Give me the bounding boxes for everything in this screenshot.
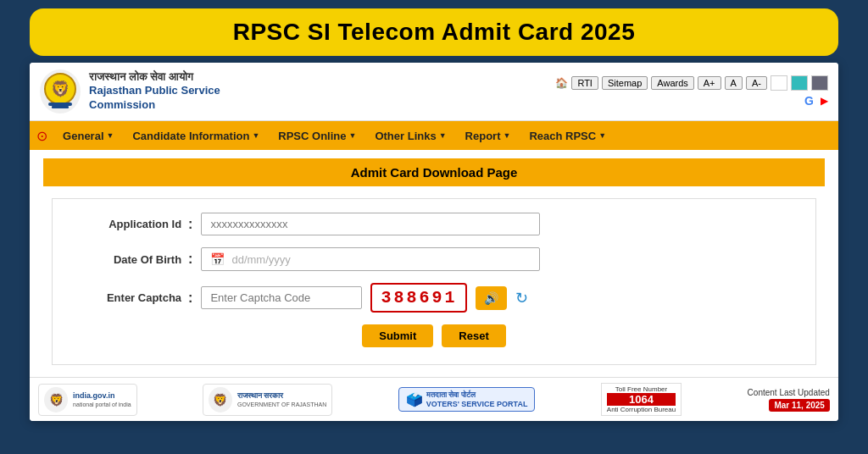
size-plus-button[interactable]: A+ (698, 76, 721, 90)
color-theme-white[interactable] (771, 75, 787, 91)
toll-free-number: 1064 (607, 393, 676, 406)
header-tools: 🏠 RTI Sitemap Awards A+ A A- (555, 75, 827, 91)
voters-portal-label: VOTERS' SERVICE PORTAL (426, 400, 528, 408)
reset-button[interactable]: Reset (442, 324, 505, 347)
svg-text:🦁: 🦁 (51, 80, 70, 98)
application-id-row: Application Id : (78, 213, 790, 235)
svg-rect-2 (48, 102, 72, 106)
emblem-icon: 🦁 (40, 69, 81, 114)
voters-portal-hindi: मतदाता सेवा पोर्टल (426, 390, 528, 400)
nav-rpsc-online-arrow: ▼ (349, 131, 357, 140)
svg-rect-3 (52, 106, 69, 108)
submit-row: Submit Reset (78, 324, 790, 347)
application-id-input[interactable] (201, 213, 540, 235)
color-theme-teal[interactable] (791, 75, 808, 91)
nav-bar: ⊙ General ▼ Candidate Information ▼ RPSC… (30, 121, 838, 150)
captcha-label: Enter Captcha (78, 291, 188, 304)
color-theme-dark[interactable] (811, 75, 828, 91)
footer-emblem-india: 🦁 (44, 387, 68, 412)
application-id-colon: : (188, 217, 192, 232)
update-date-badge: Mar 11, 2025 (769, 399, 830, 412)
admit-card-title: Admit Card Download Page (43, 158, 825, 186)
application-id-label: Application Id (78, 218, 188, 230)
site-title: राजस्थान लोक सेवा आयोग Rajasthan Public … (89, 70, 220, 113)
dob-placeholder: dd/mm/yyyy (231, 253, 290, 266)
dob-input-wrapper[interactable]: 📅 dd/mm/yyyy (201, 247, 540, 271)
footer-voters-portal[interactable]: 🗳️ मतदाता सेवा पोर्टल VOTERS' SERVICE PO… (398, 387, 536, 412)
google-icon[interactable]: G (804, 94, 814, 108)
main-window: 🦁 राजस्थान लोक सेवा आयोग Rajasthan Publi… (30, 63, 838, 421)
nav-other-links-arrow: ▼ (439, 131, 447, 140)
nav-report-arrow: ▼ (503, 131, 510, 140)
english-title: Rajasthan Public Service Commission (89, 84, 220, 113)
footer-india-gov[interactable]: 🦁 india.gov.in national portal of india (38, 384, 137, 416)
footer-india-gov-sub: national portal of india (73, 401, 131, 407)
youtube-icon[interactable]: ▶ (821, 95, 828, 107)
captcha-image: 388691 (370, 283, 467, 313)
nav-candidate-info[interactable]: Candidate Information ▼ (124, 125, 268, 147)
toll-free-label: Toll Free Number (615, 385, 667, 393)
captcha-colon: : (188, 291, 192, 306)
footer-rajasthan-label: राजस्थान सरकार (237, 391, 326, 401)
nav-circle-icon: ⊙ (36, 128, 47, 144)
captcha-sound-button[interactable]: 🔊 (476, 286, 507, 310)
social-bar: G ▶ (804, 94, 828, 108)
nav-general-arrow: ▼ (107, 131, 114, 140)
footer-anti-corruption[interactable]: Toll Free Number 1064 Anti Corruption Bu… (601, 383, 682, 416)
home-icon[interactable]: 🏠 (555, 77, 568, 89)
admit-card-section: Admit Card Download Page Application Id … (43, 158, 825, 365)
footer-last-updated: Content Last Updated Mar 11, 2025 (748, 388, 830, 412)
captcha-refresh-button[interactable]: ↻ (515, 289, 528, 307)
header-right: 🏠 RTI Sitemap Awards A+ A A- G ▶ (555, 75, 827, 108)
nav-reach-rpsc-arrow: ▼ (598, 131, 606, 140)
captcha-input-area: 388691 🔊 ↻ (201, 283, 528, 313)
nav-report[interactable]: Report ▼ (457, 125, 520, 147)
size-minus-button[interactable]: A- (746, 76, 767, 90)
footer-india-gov-label: india.gov.in (73, 391, 131, 401)
title-banner: RPSC SI Telecom Admit Card 2025 (30, 8, 838, 56)
rti-button[interactable]: RTI (571, 76, 598, 90)
captcha-row: Enter Captcha : 388691 🔊 ↻ (78, 283, 790, 313)
calendar-icon: 📅 (210, 252, 225, 266)
site-header: 🦁 राजस्थान लोक सेवा आयोग Rajasthan Publi… (30, 63, 838, 121)
dob-label: Date Of Birth (78, 253, 188, 266)
footer-rajasthan-gov: GOVERNMENT OF RAJASTHAN (237, 401, 326, 407)
footer-rajasthan-sarkar[interactable]: 🦁 राजस्थान सरकार GOVERNMENT OF RAJASTHAN (203, 384, 332, 416)
nav-general[interactable]: General ▼ (54, 125, 122, 147)
hindi-title: राजस्थान लोक सेवा आयोग (89, 70, 220, 84)
site-footer: 🦁 india.gov.in national portal of india … (30, 377, 838, 421)
voters-icon: 🗳️ (406, 391, 423, 407)
content-area: Admit Card Download Page Application Id … (30, 150, 838, 377)
captcha-input[interactable] (201, 286, 362, 309)
nav-reach-rpsc[interactable]: Reach RPSC ▼ (520, 125, 615, 147)
size-normal-button[interactable]: A (725, 76, 743, 90)
site-logo: 🦁 राजस्थान लोक सेवा आयोग Rajasthan Publi… (40, 69, 220, 114)
awards-button[interactable]: Awards (651, 76, 693, 90)
content-updated-label: Content Last Updated (748, 388, 830, 397)
dob-row: Date Of Birth : 📅 dd/mm/yyyy (78, 247, 790, 271)
nav-rpsc-online[interactable]: RPSC Online ▼ (270, 125, 364, 147)
nav-other-links[interactable]: Other Links ▼ (366, 125, 454, 147)
footer-emblem-raj: 🦁 (209, 387, 232, 412)
nav-candidate-arrow: ▼ (252, 131, 259, 140)
sitemap-button[interactable]: Sitemap (602, 76, 648, 90)
dob-colon: : (188, 252, 192, 267)
anti-corruption-label: Anti Corruption Bureau (607, 406, 676, 413)
page-title: RPSC SI Telecom Admit Card 2025 (64, 19, 804, 46)
form-area: Application Id : Date Of Birth : 📅 dd/mm… (52, 198, 816, 365)
submit-button[interactable]: Submit (362, 324, 433, 347)
